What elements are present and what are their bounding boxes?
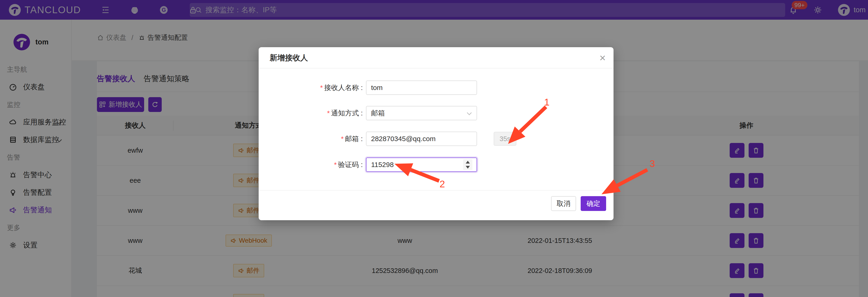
required-asterisk: * <box>334 161 337 168</box>
step-up-icon[interactable] <box>466 161 470 164</box>
number-stepper[interactable] <box>463 159 472 170</box>
annotation-label-1: 1 <box>544 97 550 108</box>
cancel-button[interactable]: 取消 <box>551 196 576 211</box>
required-asterisk: * <box>320 84 323 91</box>
email-input[interactable] <box>366 132 477 146</box>
send-code-countdown-button[interactable]: 35s <box>494 132 516 146</box>
confirm-button[interactable]: 确定 <box>581 196 606 211</box>
modal-header: 新增接收人 × <box>259 47 614 68</box>
required-asterisk: * <box>341 135 344 142</box>
step-down-icon[interactable] <box>466 166 470 169</box>
form-row-method: *通知方式 : 邮箱 <box>259 106 614 120</box>
form-row-code: *验证码 : <box>259 158 614 172</box>
recipient-name-input[interactable] <box>366 80 477 95</box>
annotation-label-2: 2 <box>439 178 445 190</box>
notify-method-select[interactable]: 邮箱 <box>366 106 477 120</box>
annotation-label-3: 3 <box>650 158 655 169</box>
modal-footer-divider <box>259 190 614 191</box>
chevron-down-icon <box>467 110 472 115</box>
selected-option: 邮箱 <box>371 108 385 118</box>
form-row-name: *接收人名称 : <box>259 80 614 95</box>
close-icon[interactable]: × <box>599 51 606 65</box>
required-asterisk: * <box>327 109 330 117</box>
form-row-email: *邮箱 : 35s <box>259 132 614 146</box>
verification-code-input[interactable] <box>366 158 477 172</box>
add-recipient-modal: 新增接收人 × *接收人名称 : *通知方式 : 邮箱 *邮箱 : 35s *验… <box>259 47 614 220</box>
modal-title: 新增接收人 <box>270 47 308 68</box>
